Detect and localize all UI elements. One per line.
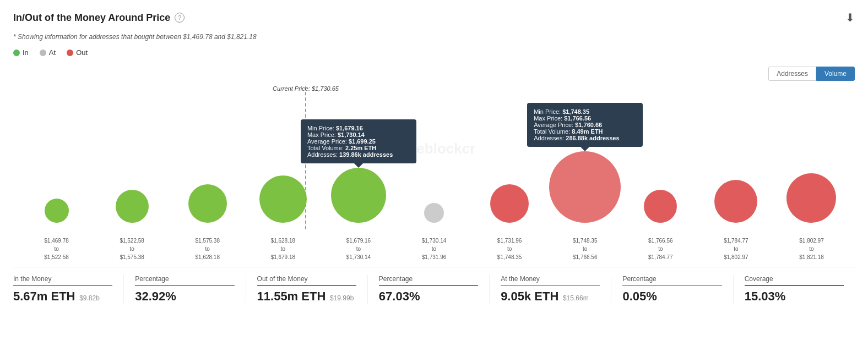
stat-label-4: At the Money (501, 275, 600, 283)
stat-at-the-money: At the Money 9.05k ETH $15.66m (501, 275, 611, 304)
stat-main-0: 5.67m ETH (13, 289, 75, 303)
legend-dot-gray (40, 50, 46, 56)
legend-item-in: In (13, 48, 29, 57)
tt-volume-right: Total Volume: 8.49m ETH (534, 128, 636, 135)
chart-area: Current Price: $1,730.65 ©theblockcr (13, 85, 855, 261)
stats-row: In the Money 5.67m ETH $9.82b Percentage… (13, 267, 855, 304)
tt-min-price-left: Min Price: $1,679.16 (307, 125, 410, 131)
tt-addresses-left: Addresses: 139.86k addresses (307, 151, 410, 158)
stat-coverage: Coverage 15.03% (745, 275, 855, 304)
legend-label-in: In (23, 48, 29, 57)
stat-main-6: 15.03% (745, 289, 786, 303)
bubble-col-4: Min Price: $1,679.16 Max Price: $1,730.1… (321, 124, 396, 223)
range-label-0: $1,469.78to$1,522.58 (19, 237, 94, 261)
bubble-10 (786, 173, 836, 223)
stat-underline-5 (622, 285, 721, 286)
stat-underline-6 (745, 285, 844, 286)
stat-sub-0: $9.82b (79, 294, 100, 302)
bubble-4 (331, 168, 386, 223)
bubbles-row: Min Price: $1,679.16 Max Price: $1,730.1… (13, 124, 855, 223)
download-icon[interactable]: ⬇ (845, 11, 855, 24)
tooltip-right-arrow (581, 147, 589, 151)
bubble-col-1 (94, 124, 170, 223)
legend-label-out: Out (76, 48, 88, 57)
stat-main-3: 67.03% (379, 289, 420, 303)
legend-dot-green (13, 50, 20, 56)
bubble-6 (490, 184, 529, 223)
stat-main-4: 9.05k ETH (501, 289, 558, 303)
current-price-label: Current Price: $1,730.65 (273, 85, 339, 92)
legend-label-at: At (49, 48, 56, 57)
range-label-6: $1,731.96to$1,748.35 (472, 237, 547, 261)
range-label-5: $1,730.14to$1,731.96 (396, 237, 471, 261)
bubble-7 (549, 151, 621, 223)
legend-item-out: Out (67, 48, 88, 57)
tt-addresses-right: Addresses: 286.88k addresses (534, 135, 636, 141)
bubble-5 (424, 203, 444, 223)
volume-button[interactable]: Volume (816, 67, 855, 81)
tt-avg-price-left: Average Price: $1,699.25 (307, 138, 410, 145)
range-label-8: $1,766.56to$1,784.77 (623, 237, 698, 261)
stat-underline-3 (379, 285, 478, 286)
stat-main-2: 11.55m ETH (257, 289, 326, 303)
chart-legend: In At Out (13, 48, 855, 57)
range-label-1: $1,522.58to$1,575.38 (94, 237, 170, 261)
tt-min-price-right: Min Price: $1,748.35 (534, 108, 636, 115)
stat-underline-4 (501, 285, 600, 286)
stat-pct-out: Percentage 67.03% (379, 275, 490, 304)
stat-label-1: Percentage (135, 275, 234, 283)
stat-main-1: 32.92% (135, 289, 176, 303)
range-label-3: $1,628.18to$1,679.18 (245, 237, 321, 261)
bubble-9 (714, 180, 757, 223)
page-title: In/Out of the Money Around Price (13, 12, 170, 24)
bubble-col-0 (19, 124, 94, 223)
stat-sub-4: $15.66m (563, 294, 589, 302)
stat-in-the-money: In the Money 5.67m ETH $9.82b (13, 275, 124, 304)
stat-pct-at: Percentage 0.05% (622, 275, 733, 304)
range-label-10: $1,802.97to$1,821.18 (774, 237, 849, 261)
page-header: In/Out of the Money Around Price ? ⬇ (13, 11, 855, 24)
tt-max-price-left: Max Price: $1,730.14 (307, 131, 410, 138)
chart-subtitle: * Showing information for addresses that… (13, 33, 855, 41)
page-container: In/Out of the Money Around Price ? ⬇ * S… (0, 0, 868, 346)
addresses-button[interactable]: Addresses (768, 67, 816, 81)
bubble-col-7: Min Price: $1,748.35 Max Price: $1,766.5… (547, 124, 623, 223)
legend-dot-red (67, 50, 73, 56)
bubble-col-2 (170, 124, 245, 223)
bubble-col-9 (698, 124, 774, 223)
tt-max-price-right: Max Price: $1,766.56 (534, 115, 636, 122)
tt-volume-left: Total Volume: 2.25m ETH (307, 145, 410, 151)
bubble-0 (45, 199, 69, 223)
tooltip-left-arrow (354, 163, 363, 168)
stat-sub-2: $19.99b (330, 294, 354, 302)
stat-label-5: Percentage (622, 275, 721, 283)
bubble-col-10 (774, 124, 849, 223)
range-labels-row: $1,469.78to$1,522.58 $1,522.58to$1,575.3… (13, 237, 855, 261)
tt-avg-price-right: Average Price: $1,760.66 (534, 122, 636, 128)
range-label-7: $1,748.35to$1,766.56 (547, 237, 623, 261)
bubble-1 (116, 190, 149, 223)
stat-pct-in: Percentage 32.92% (135, 275, 246, 304)
bubble-8 (644, 190, 677, 223)
range-label-9: $1,784.77to$1,802.97 (698, 237, 774, 261)
range-label-2: $1,575.38to$1,628.18 (170, 237, 245, 261)
stat-underline-0 (13, 285, 112, 286)
stat-label-3: Percentage (379, 275, 478, 283)
help-icon[interactable]: ? (175, 13, 185, 23)
range-label-4: $1,679.16to$1,730.14 (321, 237, 396, 261)
header-left: In/Out of the Money Around Price ? (13, 12, 185, 24)
stat-label-0: In the Money (13, 275, 112, 283)
stat-label-6: Coverage (745, 275, 844, 283)
stat-main-5: 0.05% (622, 289, 657, 303)
bubble-2 (188, 184, 227, 223)
stat-underline-2 (257, 285, 356, 286)
stat-underline-1 (135, 285, 234, 286)
tooltip-right: Min Price: $1,748.35 Max Price: $1,766.5… (527, 103, 643, 147)
stat-out-the-money: Out of the Money 11.55m ETH $19.99b (257, 275, 368, 304)
stat-label-2: Out of the Money (257, 275, 356, 283)
legend-item-at: At (40, 48, 56, 57)
tooltip-left: Min Price: $1,679.16 Max Price: $1,730.1… (301, 119, 416, 163)
chart-controls-container: Addresses Volume (13, 67, 855, 81)
